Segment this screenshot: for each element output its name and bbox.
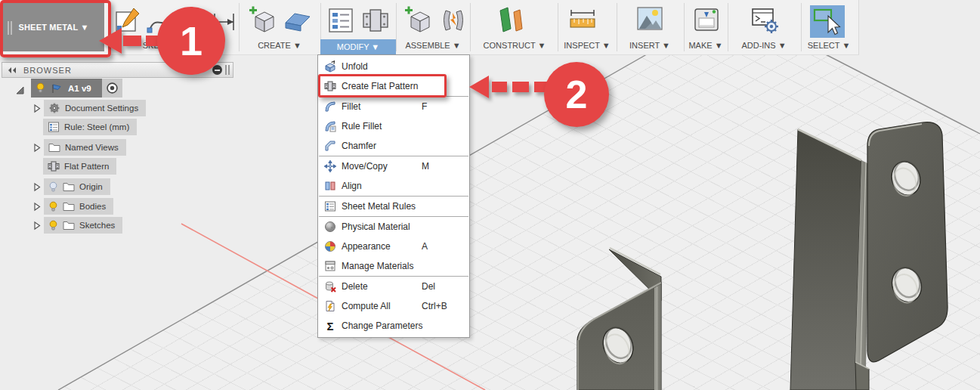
- item-label: Sketches: [79, 221, 115, 230]
- folder-icon: [63, 181, 75, 192]
- rule-fillet-icon: [323, 120, 337, 132]
- collapsed-triangle-icon[interactable]: [32, 182, 42, 192]
- collapsed-triangle-icon[interactable]: [32, 104, 42, 113]
- menu-item-shortcut: Ctrl+B: [422, 301, 447, 311]
- tab-select[interactable]: SELECT ▼: [808, 41, 851, 50]
- menu-item-compute-all[interactable]: Compute All Ctrl+B: [318, 296, 469, 316]
- item-label: Named Views: [65, 143, 119, 152]
- sheet-metal-rule-icon: [48, 121, 60, 133]
- flat-pattern-icon: [48, 160, 60, 172]
- folder-icon: [63, 201, 75, 212]
- bend-icon[interactable]: [283, 8, 313, 33]
- menu-item-label: Fillet: [342, 101, 360, 112]
- menu-item-delete[interactable]: Delete Del: [318, 277, 469, 296]
- select-tool-button[interactable]: [810, 5, 845, 38]
- collapsed-triangle-icon[interactable]: [32, 202, 42, 212]
- menu-item-sheet-metal-rules[interactable]: Sheet Metal Rules: [318, 197, 469, 216]
- step-badge-1: 1: [157, 7, 225, 75]
- tab-add-ins[interactable]: ADD-INS ▼: [741, 41, 786, 50]
- make-3dprint-icon[interactable]: [692, 6, 721, 33]
- menu-item-label: Physical Material: [342, 221, 410, 232]
- joint-icon[interactable]: [438, 6, 468, 35]
- browser-item-origin[interactable]: Origin: [32, 178, 110, 195]
- insert-image-icon[interactable]: [636, 6, 663, 32]
- browser-root-row[interactable]: A1 v9: [15, 79, 122, 98]
- browser-item-flat-pattern[interactable]: Flat Pattern: [43, 158, 116, 175]
- menu-item-move-copy[interactable]: Move/Copy M: [318, 156, 469, 176]
- item-label: Document Settings: [65, 104, 138, 113]
- flat-pattern-toolbar-icon[interactable]: [361, 6, 390, 35]
- tab-modify[interactable]: MODIFY ▼: [320, 39, 396, 54]
- bulb-icon[interactable]: [48, 220, 58, 231]
- menu-item-fillet[interactable]: Fillet F: [318, 97, 469, 116]
- menu-item-shortcut: F: [422, 101, 427, 112]
- sheet-metal-body-middle[interactable]: [577, 248, 661, 390]
- compute-all-icon: [323, 300, 337, 312]
- menu-item-chamfer[interactable]: Chamfer: [318, 136, 469, 156]
- browser-item-document-settings[interactable]: Document Settings: [32, 100, 146, 116]
- browser-title: BROWSER: [23, 66, 72, 75]
- collapse-panel-icon[interactable]: [7, 67, 17, 74]
- activate-component-radio[interactable]: [106, 82, 119, 94]
- new-component-icon[interactable]: [403, 5, 434, 35]
- step-badge-2: 2: [544, 62, 609, 127]
- sheet-metal-rules-icon: [323, 200, 337, 212]
- step-number: 1: [180, 17, 202, 64]
- measure-icon[interactable]: [568, 9, 598, 33]
- item-label: Origin: [79, 182, 103, 191]
- root-component-chip[interactable]: A1 v9: [31, 79, 102, 98]
- tab-modify-label: MODIFY ▼: [337, 42, 380, 51]
- tab-inspect[interactable]: INSPECT ▼: [564, 41, 610, 50]
- browser-item-named-views[interactable]: Named Views: [32, 139, 126, 156]
- menu-item-label: Appearance: [342, 241, 391, 252]
- menu-item-physical-material[interactable]: Physical Material: [318, 217, 469, 237]
- tab-assemble[interactable]: ASSEMBLE ▼: [405, 41, 460, 50]
- menu-item-appearance[interactable]: Appearance A: [318, 237, 469, 256]
- panel-grip[interactable]: [225, 65, 230, 75]
- sheet-metal-rules-icon[interactable]: [326, 6, 355, 35]
- create-sketch-icon[interactable]: [112, 6, 142, 36]
- browser-item-bodies[interactable]: Bodies: [32, 198, 113, 215]
- construct-plane-icon[interactable]: [493, 5, 529, 36]
- component-flag-icon: [51, 83, 63, 94]
- tab-construct[interactable]: CONSTRUCT ▼: [484, 41, 546, 50]
- menu-item-label: Change Parameters: [342, 320, 422, 331]
- align-icon: [323, 180, 337, 192]
- item-label: Flat Pattern: [64, 162, 109, 171]
- collapsed-triangle-icon[interactable]: [32, 143, 42, 153]
- menu-item-label: Compute All: [342, 301, 391, 311]
- viewport-scene[interactable]: [0, 0, 980, 390]
- sheet-metal-body-right[interactable]: [790, 122, 948, 390]
- bulb-icon[interactable]: [48, 201, 58, 212]
- browser-item-sketches[interactable]: Sketches: [32, 217, 122, 234]
- unfold-icon: [323, 60, 337, 73]
- collapsed-triangle-icon[interactable]: [32, 221, 42, 231]
- annotation-box-create-flat-pattern: [318, 74, 447, 98]
- move-copy-icon: [323, 160, 337, 172]
- fusion360-window: BROWSER A1 v9: [0, 0, 980, 390]
- folder-icon: [48, 142, 60, 153]
- delete-icon: [323, 280, 337, 292]
- tab-insert[interactable]: INSERT ▼: [629, 41, 670, 50]
- add-ins-icon[interactable]: [751, 6, 780, 35]
- menu-item-label: Align: [342, 181, 362, 191]
- change-parameters-icon: Σ: [323, 320, 337, 332]
- menu-item-align[interactable]: Align: [318, 176, 469, 196]
- tab-make[interactable]: MAKE ▼: [688, 41, 722, 50]
- chamfer-icon: [323, 140, 337, 152]
- browser-item-rule[interactable]: Rule: Steel (mm): [43, 119, 137, 135]
- menu-item-shortcut: Del: [422, 281, 435, 292]
- menu-item-shortcut: A: [422, 241, 428, 252]
- bulb-icon[interactable]: [36, 82, 45, 94]
- menu-item-label: Unfold: [342, 61, 368, 72]
- folder-icon: [63, 220, 75, 231]
- expanded-triangle-icon[interactable]: [15, 85, 25, 95]
- bulb-off-icon[interactable]: [48, 181, 58, 193]
- collapse-tree-icon[interactable]: [212, 65, 222, 75]
- menu-item-manage-materials[interactable]: Manage Materials: [318, 256, 469, 276]
- tab-create[interactable]: CREATE ▼: [258, 41, 301, 50]
- menu-item-change-parameters[interactable]: Σ Change Parameters: [318, 316, 469, 336]
- menu-item-label: Sheet Metal Rules: [342, 201, 416, 212]
- new-flange-icon[interactable]: [248, 5, 278, 35]
- menu-item-rule-fillet[interactable]: Rule Fillet: [318, 116, 469, 136]
